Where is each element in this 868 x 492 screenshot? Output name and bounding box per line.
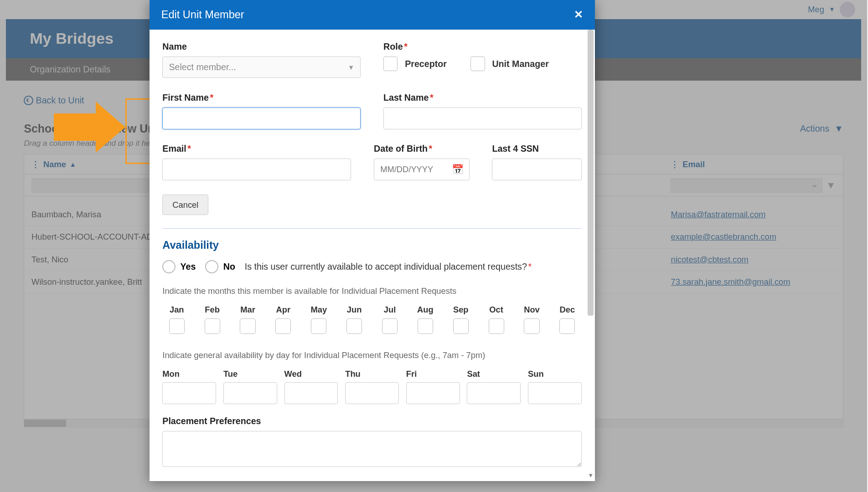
sort-asc-icon: ▲ [70, 161, 76, 168]
day-label: Mon [162, 369, 216, 379]
first-name-input[interactable] [162, 108, 361, 129]
select-placeholder: Select member... [169, 62, 236, 72]
unit-manager-label: Unit Manager [492, 59, 548, 69]
actions-label: Actions [800, 123, 829, 133]
drag-handle-icon: ⋮ [671, 159, 679, 169]
last-name-input[interactable] [383, 108, 582, 129]
avatar[interactable] [840, 2, 855, 17]
row-email[interactable]: 73.sarah.jane.smith@gmail.com [671, 277, 790, 287]
preceptor-label: Preceptor [405, 59, 447, 69]
actions-dropdown[interactable]: Actions ▼ [800, 123, 843, 134]
user-menu[interactable]: Meg [808, 5, 824, 15]
avail-q-text: Is this user currently available to acce… [245, 261, 527, 272]
close-icon[interactable]: ✕ [574, 8, 583, 21]
scroll-down-icon[interactable]: ▼ [588, 472, 594, 479]
availability-question: Is this user currently available to acce… [245, 261, 532, 272]
month-jun-checkbox[interactable] [346, 318, 362, 334]
col-name-label: Name [43, 159, 66, 169]
month-label: May [305, 305, 333, 315]
modal-title: Edit Unit Member [161, 9, 244, 21]
month-jul-checkbox[interactable] [382, 318, 398, 334]
role-label: Role* [383, 41, 582, 52]
day-label: Sat [467, 369, 521, 379]
chevron-down-icon: ▼ [348, 64, 354, 71]
day-label: Wed [284, 369, 338, 379]
day-label: Sun [528, 369, 582, 379]
first-name-label: First Name* [162, 92, 361, 103]
dob-label: Date of Birth* [374, 144, 470, 154]
preceptor-checkbox[interactable] [383, 56, 398, 71]
month-aug-checkbox[interactable] [418, 318, 433, 334]
placement-pref-label: Placement Preferences [162, 416, 582, 426]
day-sat-input[interactable] [467, 382, 521, 404]
row-email[interactable]: nicotest@cbtest.com [671, 255, 748, 264]
scrollbar-thumb[interactable] [588, 30, 594, 316]
month-label: Apr [269, 305, 298, 315]
first-name-label-text: First Name [162, 92, 209, 102]
caret-down-icon: ▼ [829, 6, 835, 13]
month-label: Dec [553, 305, 582, 315]
dob-label-text: Date of Birth [374, 144, 428, 154]
drag-handle-icon: ⋮ [31, 159, 40, 169]
month-dec-checkbox[interactable] [559, 318, 575, 334]
filter-icon[interactable]: ▼ [826, 180, 836, 191]
name-label-text: Name [162, 41, 187, 51]
month-label: Feb [198, 305, 227, 315]
availability-heading: Availability [162, 239, 582, 251]
email-label-text: Email [162, 144, 186, 154]
month-mar-checkbox[interactable] [240, 318, 255, 334]
availability-no-radio[interactable] [205, 260, 218, 273]
month-label: Jan [162, 305, 191, 315]
yes-label: Yes [181, 261, 196, 272]
month-nov-checkbox[interactable] [524, 318, 539, 334]
month-may-checkbox[interactable] [311, 318, 326, 334]
days-row: Mon Tue Wed Thu Fri Sat Sun [162, 369, 582, 404]
month-label: Sep [446, 305, 475, 315]
last-name-label: Last Name* [383, 92, 582, 103]
email-label: Email* [162, 144, 351, 154]
unit-manager-checkbox[interactable] [470, 56, 485, 71]
filter-email-input[interactable] [671, 178, 822, 192]
month-label: Aug [411, 305, 439, 315]
arrow-right-icon [96, 102, 125, 153]
divider [162, 228, 582, 229]
last-name-label-text: Last Name [383, 92, 429, 102]
ssn-label: Last 4 SSN [492, 144, 581, 154]
breadcrumb: Organization Details [30, 64, 110, 74]
no-label: No [223, 261, 235, 272]
month-apr-checkbox[interactable] [275, 318, 291, 334]
month-label: Mar [233, 305, 262, 315]
placement-pref-textarea[interactable] [162, 431, 582, 467]
day-wed-input[interactable] [284, 382, 338, 404]
days-hint: Indicate general availability by day for… [162, 350, 582, 360]
app-title: My Bridges [30, 30, 114, 47]
back-link-label: Back to Unit [36, 95, 84, 106]
month-label: Jun [340, 305, 369, 315]
day-mon-input[interactable] [162, 382, 216, 404]
month-jan-checkbox[interactable] [169, 318, 185, 334]
calendar-icon[interactable]: 📅 [452, 164, 464, 175]
day-tue-input[interactable] [223, 382, 277, 404]
day-label: Thu [345, 369, 399, 379]
cancel-button[interactable]: Cancel [162, 195, 208, 215]
month-feb-checkbox[interactable] [205, 318, 220, 334]
months-row: Jan Feb Mar Apr May Jun Jul Aug Sep Oct … [162, 305, 582, 334]
member-select[interactable]: Select member... ▼ [162, 56, 361, 78]
col-email-label: Email [682, 159, 705, 169]
day-fri-input[interactable] [406, 382, 460, 404]
modal-header: Edit Unit Member ✕ [150, 0, 595, 30]
day-sun-input[interactable] [528, 382, 582, 404]
day-thu-input[interactable] [345, 382, 399, 404]
row-email[interactable]: Marisa@fastratemail.com [671, 210, 765, 219]
edit-unit-member-modal: Edit Unit Member ✕ Name Select member...… [150, 0, 595, 481]
col-header-email[interactable]: ⋮ Email [664, 154, 843, 174]
availability-yes-radio[interactable] [162, 260, 176, 273]
row-email[interactable]: example@castlebranch.com [671, 232, 776, 241]
role-label-text: Role [383, 41, 403, 51]
month-oct-checkbox[interactable] [489, 318, 504, 334]
month-sep-checkbox[interactable] [453, 318, 469, 334]
email-input[interactable] [162, 159, 351, 180]
month-label: Jul [376, 305, 404, 315]
month-label: Oct [482, 305, 511, 315]
ssn-input[interactable] [492, 159, 581, 180]
